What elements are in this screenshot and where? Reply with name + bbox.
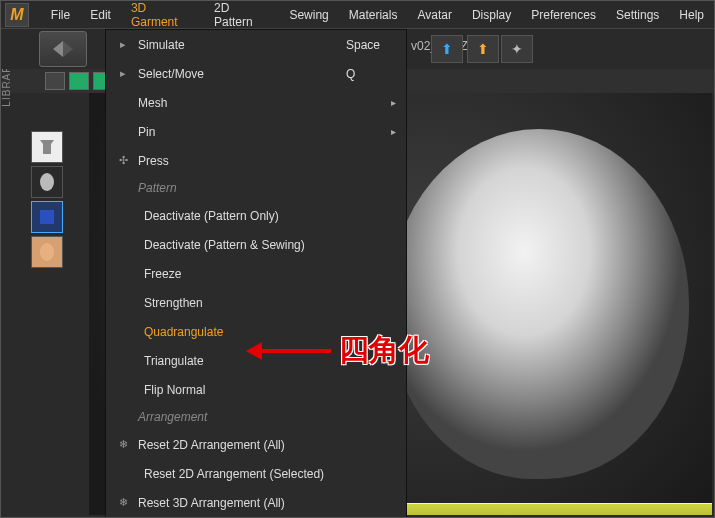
menu-item-reset-3d-arrangement-all-[interactable]: ❄Reset 3D Arrangement (All)	[106, 488, 406, 517]
menubar-item-help[interactable]: Help	[669, 1, 714, 28]
dropdown-section: Arrangement	[106, 404, 406, 430]
rb-select-icon[interactable]	[69, 72, 89, 90]
menu-item-icon: ✣	[114, 154, 132, 167]
menubar: M FileEdit3D Garment2D PatternSewingMate…	[1, 1, 714, 29]
menu-item-mesh[interactable]: Mesh▸	[106, 88, 406, 117]
menu-shortcut: Q	[346, 67, 406, 81]
menu-item-press[interactable]: ✣Press	[106, 146, 406, 175]
tool-main-button[interactable]	[39, 31, 87, 67]
svg-point-2	[40, 243, 54, 261]
submenu-arrow-icon: ▸	[391, 97, 396, 108]
menu-shortcut: Space	[346, 38, 406, 52]
menubar-item-3d-garment[interactable]: 3D Garment	[121, 1, 204, 28]
thumb-garment[interactable]	[31, 131, 63, 163]
menubar-item-avatar[interactable]: Avatar	[407, 1, 461, 28]
menu-item-icon: ▸	[114, 38, 132, 51]
avatar-head	[389, 129, 689, 479]
thumb-selected-fabric[interactable]	[31, 201, 63, 233]
menu-item-deactivate-pattern-only-[interactable]: Deactivate (Pattern Only)	[106, 201, 406, 230]
menu-item-pin[interactable]: Pin▸	[106, 117, 406, 146]
annotation-arrow-icon	[251, 349, 331, 353]
rb-cursor-icon[interactable]	[45, 72, 65, 90]
svg-point-0	[40, 173, 54, 191]
thumb-skin[interactable]	[31, 236, 63, 268]
menu-item-reset-2d-arrangement-selected-[interactable]: Reset 2D Arrangement (Selected)	[106, 459, 406, 488]
menu-item-flip-normal[interactable]: Flip Normal	[106, 375, 406, 404]
menubar-item-settings[interactable]: Settings	[606, 1, 669, 28]
menu-item-deactivate-pattern-sewing-[interactable]: Deactivate (Pattern & Sewing)	[106, 230, 406, 259]
menu-item-icon: ❄	[114, 438, 132, 451]
menubar-item-materials[interactable]: Materials	[339, 1, 408, 28]
app-icon: M	[5, 3, 29, 27]
annotation: 四角化	[251, 330, 429, 371]
menu-item-strengthen[interactable]: Strengthen	[106, 288, 406, 317]
menubar-item-2d-pattern[interactable]: 2D Pattern	[204, 1, 279, 28]
menu-item-freeze[interactable]: Freeze	[106, 259, 406, 288]
menubar-item-file[interactable]: File	[41, 1, 80, 28]
toolbar-button-a[interactable]: ⬆	[431, 35, 463, 63]
menubar-item-display[interactable]: Display	[462, 1, 521, 28]
menubar-item-edit[interactable]: Edit	[80, 1, 121, 28]
menu-item-reset-2d-arrangement-all-[interactable]: ❄Reset 2D Arrangement (All)	[106, 430, 406, 459]
menu-item-simulate[interactable]: ▸SimulateSpace	[106, 30, 406, 59]
dropdown-3d-garment: ▸SimulateSpace▸Select/MoveQMesh▸Pin▸✣Pre…	[105, 29, 407, 518]
menu-item-icon: ❄	[114, 496, 132, 509]
toolbar-button-b[interactable]: ⬆	[467, 35, 499, 63]
submenu-arrow-icon: ▸	[391, 126, 396, 137]
dropdown-section: Pattern	[106, 175, 406, 201]
menubar-item-preferences[interactable]: Preferences	[521, 1, 606, 28]
left-thumbnail-panel	[31, 131, 73, 268]
menu-item-icon: ▸	[114, 67, 132, 80]
toolbar-run-button[interactable]: ✦	[501, 35, 533, 63]
annotation-text: 四角化	[339, 330, 429, 371]
svg-rect-1	[40, 210, 54, 224]
menubar-item-sewing[interactable]: Sewing	[279, 1, 338, 28]
thumb-avatar-head[interactable]	[31, 166, 63, 198]
menu-item-select-move[interactable]: ▸Select/MoveQ	[106, 59, 406, 88]
